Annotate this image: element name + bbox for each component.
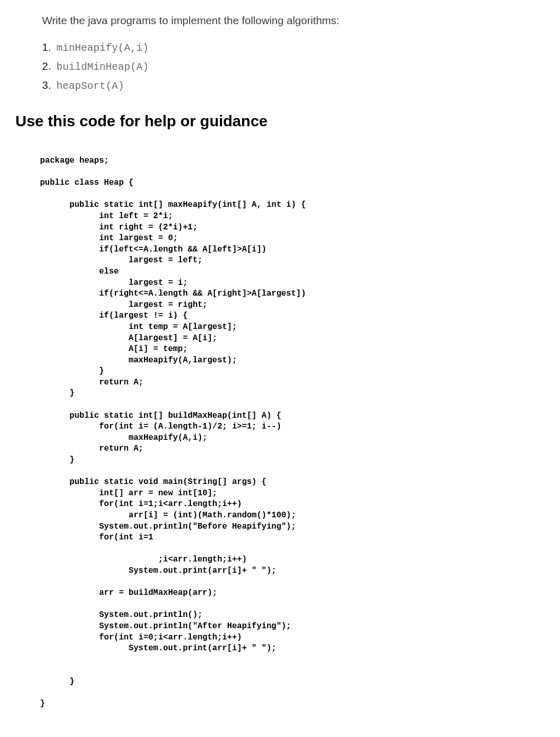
list-item: 2. buildMinHeap(A) (42, 60, 545, 73)
algorithm-list: 1. minHeapify(A,i) 2. buildMinHeap(A) 3.… (42, 41, 545, 92)
list-item: 3. heapSort(A) (42, 79, 545, 92)
list-number: 3. (42, 79, 52, 91)
list-code: heapSort(A) (56, 80, 124, 92)
intro-text: Write the java programs to implement the… (15, 14, 545, 27)
code-block: package heaps; public class Heap { publi… (40, 156, 545, 710)
section-heading: Use this code for help or guidance (15, 112, 545, 130)
list-code: buildMinHeap(A) (56, 61, 149, 73)
list-number: 2. (42, 60, 52, 72)
list-number: 1. (42, 41, 52, 53)
list-item: 1. minHeapify(A,i) (42, 41, 545, 54)
list-code: minHeapify(A,i) (56, 42, 149, 54)
